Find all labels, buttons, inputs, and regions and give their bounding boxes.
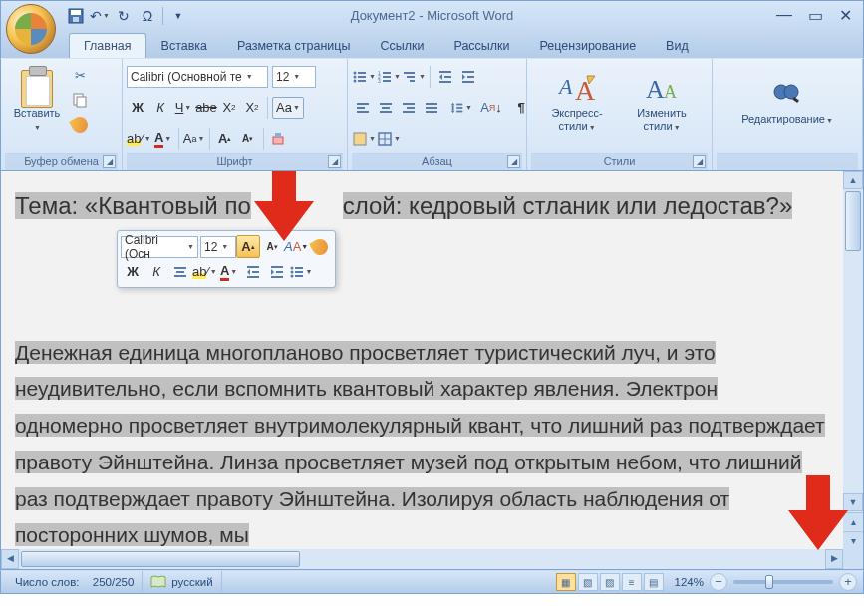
undo-button[interactable]: ↶▼ xyxy=(89,5,111,27)
maximize-button[interactable]: ▭ xyxy=(805,6,826,25)
bold-button[interactable]: Ж xyxy=(127,97,148,119)
mini-font-color-button[interactable]: A▼ xyxy=(217,260,241,283)
change-case-button[interactable]: Aa▼ xyxy=(272,97,304,119)
minimize-button[interactable]: ― xyxy=(773,6,795,25)
multilevel-button[interactable]: ▼ xyxy=(402,66,426,88)
mini-increase-indent-button[interactable] xyxy=(265,260,289,283)
svg-marker-27 xyxy=(462,74,465,80)
svg-rect-6 xyxy=(275,133,281,137)
qat-customize-button[interactable]: ▼ xyxy=(167,5,189,27)
paragraph-launcher[interactable]: ◢ xyxy=(507,155,520,168)
mini-bullets-button[interactable]: ▼ xyxy=(289,260,313,283)
svg-rect-34 xyxy=(382,107,390,109)
svg-rect-39 xyxy=(426,103,437,105)
tab-insert[interactable]: Вставка xyxy=(146,33,222,58)
vscroll-thumb[interactable] xyxy=(845,191,861,251)
font-color-button[interactable]: A▼ xyxy=(152,128,174,150)
zoom-out-button[interactable]: − xyxy=(710,573,727,591)
mini-italic-button[interactable]: К xyxy=(144,260,168,283)
mini-font-combo[interactable]: Calibri (Осн▼ xyxy=(121,236,198,258)
font-size-combo[interactable]: 12▼ xyxy=(272,66,316,88)
document-page[interactable]: Тема: «Квантовый послой: кедровый стлани… xyxy=(1,171,843,549)
quick-styles-button[interactable]: AA Экспресс-стили▼ xyxy=(531,62,623,142)
tab-mailings[interactable]: Рассылки xyxy=(438,33,524,58)
tab-review[interactable]: Рецензирование xyxy=(525,33,652,58)
mini-bold-button[interactable]: Ж xyxy=(121,260,144,283)
align-left-button[interactable] xyxy=(352,97,374,119)
word-count[interactable]: Число слов: 250/250 xyxy=(7,571,143,593)
scroll-left-button[interactable]: ◀ xyxy=(1,549,19,569)
format-painter-button[interactable] xyxy=(69,114,91,136)
mini-decrease-indent-button[interactable] xyxy=(241,260,265,283)
svg-marker-78 xyxy=(788,475,848,550)
grow-font-button[interactable]: A▴ xyxy=(214,128,236,150)
tab-references[interactable]: Ссылки xyxy=(365,33,438,58)
horizontal-scrollbar[interactable]: ◀ ▶ xyxy=(1,549,843,569)
highlight-button[interactable]: ab⁄▼ xyxy=(127,128,151,150)
strikethrough-button[interactable]: abe xyxy=(195,97,217,119)
mini-align-center-button[interactable] xyxy=(168,260,192,283)
styles-launcher[interactable]: ◢ xyxy=(693,155,706,168)
draft-view[interactable]: ▤ xyxy=(644,573,664,591)
svg-rect-36 xyxy=(403,103,415,105)
decrease-indent-button[interactable] xyxy=(434,66,456,88)
borders-button[interactable]: ▼ xyxy=(377,128,401,150)
symbol-button[interactable]: Ω xyxy=(137,5,158,27)
char-scale-button[interactable]: Aa▼ xyxy=(183,128,205,150)
svg-rect-40 xyxy=(426,107,437,109)
subscript-button[interactable]: X2 xyxy=(218,97,240,119)
zoom-slider[interactable] xyxy=(733,580,833,584)
language-status[interactable]: русский xyxy=(143,571,221,593)
clear-formatting-button[interactable] xyxy=(268,128,290,150)
svg-rect-5 xyxy=(273,137,283,144)
mini-highlight-button[interactable]: ab⁄▼ xyxy=(192,260,217,283)
underline-button[interactable]: Ч▼ xyxy=(172,97,194,119)
svg-rect-48 xyxy=(354,133,366,145)
font-launcher[interactable]: ◢ xyxy=(328,155,341,168)
svg-marker-64 xyxy=(247,269,250,275)
line-spacing-button[interactable]: ▼ xyxy=(450,97,472,119)
web-view[interactable]: ▨ xyxy=(600,573,620,591)
zoom-value[interactable]: 124% xyxy=(675,576,704,588)
superscript-button[interactable]: X2 xyxy=(241,97,263,119)
close-button[interactable]: ✕ xyxy=(836,6,855,25)
redo-button[interactable]: ↻ xyxy=(113,5,135,27)
tab-layout[interactable]: Разметка страницы xyxy=(222,33,365,58)
tab-view[interactable]: Вид xyxy=(651,33,704,58)
svg-rect-4 xyxy=(77,97,86,107)
svg-rect-28 xyxy=(467,76,474,78)
editing-button[interactable]: Редактирование▼ xyxy=(735,62,839,142)
save-button[interactable] xyxy=(65,5,87,27)
clipboard-launcher[interactable]: ◢ xyxy=(103,155,116,168)
justify-button[interactable] xyxy=(421,97,442,119)
print-layout-view[interactable]: ▦ xyxy=(556,573,576,591)
copy-button[interactable] xyxy=(69,89,91,111)
cut-button[interactable]: ✂ xyxy=(69,64,91,86)
font-name-combo[interactable]: Calibri (Основной те▼ xyxy=(127,66,268,88)
align-right-button[interactable] xyxy=(398,97,420,119)
mini-size-combo[interactable]: 12▼ xyxy=(200,236,236,258)
numbering-button[interactable]: 123▼ xyxy=(377,66,401,88)
tab-home[interactable]: Главная xyxy=(69,33,146,58)
shading-button[interactable]: ▼ xyxy=(352,128,376,150)
outline-view[interactable]: ≡ xyxy=(622,573,642,591)
increase-indent-button[interactable] xyxy=(457,66,479,88)
bullets-button[interactable]: ▼ xyxy=(352,66,376,88)
sort-button[interactable]: AЯ↓ xyxy=(480,97,502,119)
hscroll-thumb[interactable] xyxy=(21,551,300,567)
clipboard-group-label: Буфер обмена xyxy=(24,155,99,167)
reading-view[interactable]: ▧ xyxy=(578,573,598,591)
office-button[interactable] xyxy=(6,4,56,54)
scroll-up-button[interactable]: ▲ xyxy=(843,171,863,189)
change-styles-button[interactable]: AA Изменить стили▼ xyxy=(623,62,701,142)
svg-rect-16 xyxy=(383,76,391,78)
shrink-font-button[interactable]: A▾ xyxy=(237,128,259,150)
paste-button[interactable]: Вставить▼ xyxy=(5,62,69,142)
svg-rect-65 xyxy=(252,271,259,273)
align-center-button[interactable] xyxy=(375,97,397,119)
scroll-right-button[interactable]: ▶ xyxy=(825,549,843,569)
zoom-in-button[interactable]: + xyxy=(839,573,857,591)
italic-button[interactable]: К xyxy=(149,97,171,119)
zoom-handle[interactable] xyxy=(765,575,773,589)
arrow-indicator-bottom xyxy=(788,475,848,550)
